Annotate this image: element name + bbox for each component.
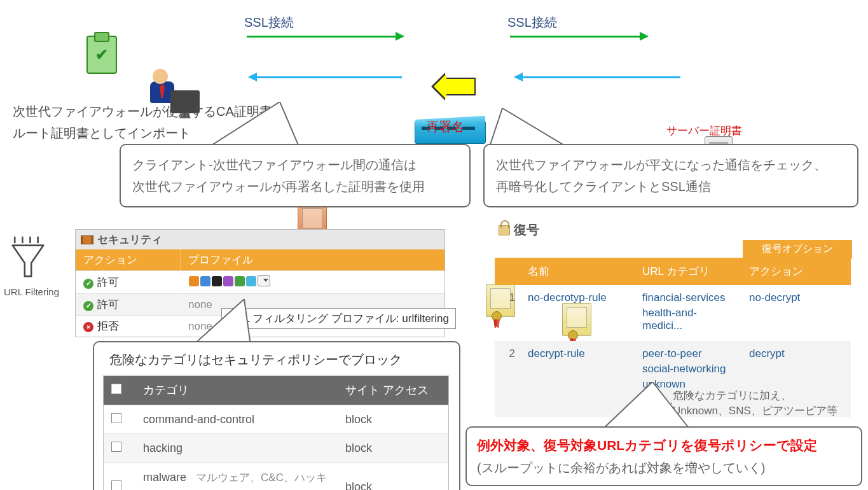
col-profile: プロファイル — [181, 249, 444, 270]
cat-list: financial-services health-and-medici... — [636, 285, 743, 341]
security-title-text: セキュリティ — [97, 232, 162, 247]
table-row[interactable]: hacking block — [104, 434, 449, 463]
label-resign: 再署名 — [426, 118, 464, 136]
action-text: no-decrypt — [749, 291, 800, 304]
arrow-client-to-fw — [247, 36, 403, 38]
sec-row-permit1[interactable]: ✓許可 — [76, 270, 444, 293]
decrypt-header: 名前 URL カテゴリ 復号オプション アクション — [495, 258, 851, 285]
callout-left-pointer — [210, 102, 299, 149]
permit-label: 許可 — [97, 276, 119, 288]
col-action-wrap: 復号オプション アクション — [743, 258, 851, 285]
callout-right-pointer — [490, 108, 566, 149]
lock-icon — [499, 225, 510, 235]
decrypt-row-1[interactable]: 1 no-decrotyp-rule financial-services he… — [495, 285, 851, 341]
label-ssl-right: SSL接続 — [507, 14, 557, 31]
prof-icon-6[interactable] — [246, 276, 256, 286]
category-callout: 危険なカテゴリはセキュリティポリシーでブロック カテゴリ サイト アクセス co… — [93, 341, 460, 490]
decrypt-title: 復号 — [495, 219, 851, 241]
callout-right-line1: 次世代ファイアウォールが平文になった通信をチェック、 — [496, 154, 846, 176]
security-panel-title: セキュリティ — [76, 230, 444, 249]
row-idx: 2 — [495, 341, 521, 417]
decrypt-callout-red: 例外対象、復号対象URLカテゴリを復号ポリシーで設定 — [477, 434, 851, 457]
arrow-fw-to-server — [510, 36, 647, 38]
svg-marker-11 — [605, 384, 687, 430]
cat-access: block — [338, 463, 449, 490]
action-text: decrypt — [749, 347, 785, 360]
cat-link[interactable]: social-networking — [642, 363, 736, 375]
deny-icon: + — [81, 320, 96, 335]
rule-name-link[interactable]: decrypt-rule — [528, 347, 585, 360]
row-idx: 1 — [495, 285, 521, 341]
side-note-line2: Unknown、SNS、ピアツーピア等 — [673, 403, 864, 419]
deny-label: 拒否 — [97, 320, 119, 332]
label-server-cert: サーバー証明書 — [666, 123, 742, 138]
col-site-access: サイト アクセス — [338, 376, 449, 405]
label-url-filtering: URL Filtering — [4, 286, 59, 297]
svg-marker-3 — [492, 110, 563, 146]
callout-left: クライアント-次世代ファイアウォール間の通信は 次世代ファイアウォールが再署名し… — [120, 144, 471, 207]
cat-link[interactable]: financial-services — [642, 291, 736, 304]
cat-link[interactable]: health-and-medici... — [642, 307, 736, 332]
dec-callout-pointer — [602, 382, 691, 431]
cat-name: command-and-control — [135, 405, 338, 434]
resign-arrow-icon — [444, 78, 476, 95]
prof-icon-3[interactable] — [212, 276, 222, 286]
prof-dropdown-icon[interactable] — [258, 275, 270, 286]
permit-label2: 許可 — [97, 298, 119, 311]
prof-icon-4[interactable] — [223, 276, 233, 286]
decrypt-side-note: 危険なカテゴリに加え、 Unknown、SNS、ピアツーピア等 — [673, 388, 864, 419]
table-row[interactable]: command-and-control block — [104, 405, 449, 434]
checkbox-icon[interactable] — [111, 480, 121, 490]
brick-icon — [81, 235, 93, 244]
prof-icon-5[interactable] — [235, 276, 245, 286]
col-action: アクション — [76, 249, 181, 270]
cat-access: block — [338, 405, 449, 434]
table-row[interactable]: malware マルウェア、C&C、ハッキング等 block — [104, 463, 449, 490]
cat-name: hacking — [135, 434, 338, 463]
category-callout-title: 危険なカテゴリはセキュリティポリシーでブロック — [103, 349, 450, 375]
decrypt-title-text: 復号 — [514, 221, 539, 239]
checkbox-icon[interactable] — [111, 442, 121, 452]
label-ssl-left: SSL接続 — [244, 14, 294, 31]
col-category: カテゴリ — [135, 376, 338, 405]
cat-name: malware — [143, 471, 186, 484]
checkbox-all[interactable] — [111, 384, 121, 394]
checkbox-icon[interactable] — [111, 413, 121, 423]
security-header: アクション プロファイル — [76, 249, 444, 270]
funnel-icon — [11, 235, 45, 282]
callout-left-line1: クライアント-次世代ファイアウォール間の通信は — [132, 154, 458, 176]
clipboard-icon — [86, 36, 117, 74]
arrow-server-to-fw — [515, 76, 680, 78]
col-name: 名前 — [521, 258, 636, 285]
rule-name-link[interactable]: no-decrotyp-rule — [528, 291, 607, 304]
decrypt-callout: 例外対象、復号対象URLカテゴリを復号ポリシーで設定 (スループットに余裕があれ… — [465, 426, 862, 486]
cat-access: block — [338, 434, 449, 463]
decrypt-option-badge: 復号オプション — [743, 240, 852, 258]
svg-marker-9 — [197, 302, 248, 345]
arrow-fw-to-client — [249, 76, 402, 78]
permit-icon: ✓ — [83, 279, 93, 289]
callout-right-line2: 再暗号化してクライアントとSSL通信 — [496, 176, 846, 197]
callout-left-line2: 次世代ファイアウォールが再署名した証明書を使用 — [132, 176, 458, 197]
cat-callout-pointer — [193, 299, 257, 346]
category-table: カテゴリ サイト アクセス command-and-control block … — [103, 375, 449, 490]
profile-icons[interactable] — [181, 271, 444, 293]
cat-link[interactable]: peer-to-peer — [642, 347, 736, 360]
col-url-category: URL カテゴリ — [636, 258, 743, 285]
callout-right: 次世代ファイアウォールが平文になった通信をチェック、 再暗号化してクライアントと… — [483, 144, 858, 207]
decrypt-callout-gray: (スループットに余裕があれば対象を増やしていく) — [477, 457, 851, 479]
prof-icon-1[interactable] — [189, 276, 199, 286]
col-action-dec: アクション — [749, 265, 803, 277]
side-note-line1: 危険なカテゴリに加え、 — [673, 388, 864, 403]
permit-icon: ✓ — [83, 301, 93, 311]
prof-icon-2[interactable] — [200, 276, 210, 286]
